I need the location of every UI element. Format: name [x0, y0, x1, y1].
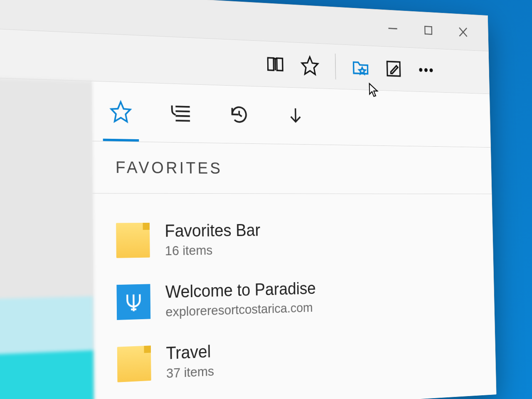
- hub-button[interactable]: [350, 56, 371, 79]
- svg-line-13: [176, 116, 190, 116]
- tab-history[interactable]: [227, 101, 252, 128]
- page-preview: [0, 77, 94, 399]
- svg-line-14: [176, 121, 190, 121]
- reading-view-icon[interactable]: [265, 52, 286, 76]
- maximize-button[interactable]: [422, 23, 435, 38]
- svg-point-9: [429, 68, 433, 72]
- more-icon[interactable]: [416, 59, 436, 81]
- item-title: Travel: [166, 342, 214, 363]
- hub-header: FAVORITES: [92, 141, 492, 194]
- svg-point-7: [419, 68, 422, 71]
- browser-window: FAVORITES Favorites Bar 16 items: [0, 0, 497, 399]
- star-icon[interactable]: [299, 54, 320, 77]
- svg-line-11: [175, 106, 190, 107]
- tab-downloads[interactable]: [283, 103, 308, 130]
- minimize-button[interactable]: [386, 21, 399, 36]
- item-subtitle: 16 items: [165, 242, 261, 259]
- web-note-icon[interactable]: [384, 57, 404, 80]
- favorites-list: Favorites Bar 16 items Welcome to Paradi…: [93, 194, 496, 399]
- tab-favorites[interactable]: [107, 98, 134, 126]
- svg-marker-10: [111, 102, 130, 122]
- svg-marker-4: [302, 57, 318, 74]
- folder-icon: [117, 345, 151, 382]
- hub-panel: FAVORITES Favorites Bar 16 items: [91, 81, 496, 399]
- item-subtitle: exploreresortcostarica.com: [165, 300, 316, 320]
- item-title: Welcome to Paradise: [165, 278, 316, 302]
- folder-icon: [116, 222, 150, 258]
- svg-line-0: [389, 28, 397, 29]
- content-area: FAVORITES Favorites Bar 16 items: [0, 77, 496, 399]
- svg-marker-5: [359, 67, 365, 74]
- svg-line-15: [296, 108, 296, 122]
- site-icon: [116, 284, 150, 320]
- svg-point-8: [424, 68, 428, 72]
- toolbar-divider: [335, 54, 336, 79]
- svg-line-12: [175, 111, 190, 111]
- item-title: Favorites Bar: [165, 221, 260, 241]
- list-item[interactable]: Favorites Bar 16 items: [93, 208, 493, 271]
- svg-rect-1: [425, 26, 432, 34]
- close-button[interactable]: [457, 25, 470, 39]
- item-subtitle: 37 items: [166, 363, 214, 381]
- tab-reading-list[interactable]: [168, 99, 194, 127]
